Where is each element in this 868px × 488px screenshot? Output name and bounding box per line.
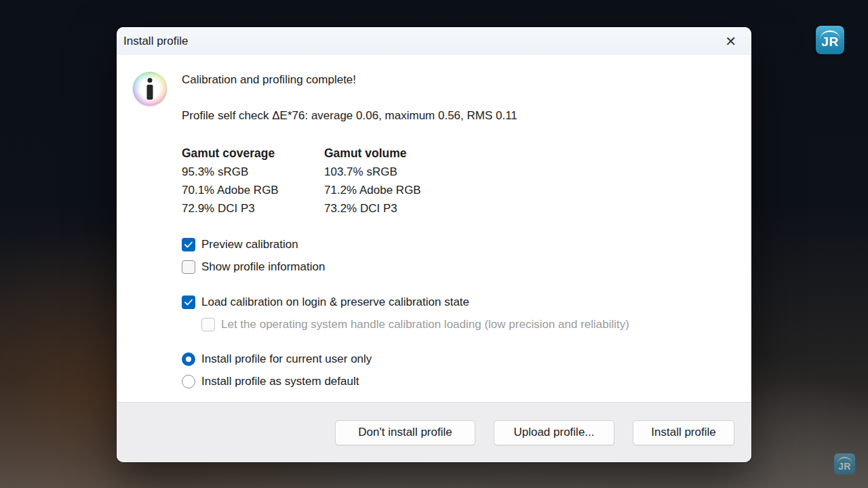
install-profile-button[interactable]: Install profile (633, 420, 734, 445)
preview-calibration-option[interactable]: Preview calibration (182, 237, 731, 252)
gamut-volume-column: Gamut volume 103.7% sRGB 71.2% Adobe RGB… (324, 144, 421, 218)
gamut-table: Gamut coverage 95.3% sRGB 70.1% Adobe RG… (182, 144, 731, 218)
install-current-user-option[interactable]: Install profile for current user only (182, 352, 731, 367)
show-profile-information-checkbox[interactable] (182, 260, 195, 274)
gamut-coverage-dci-p3: 72.9% DCI P3 (182, 199, 324, 218)
show-profile-information-option[interactable]: Show profile information (182, 260, 731, 274)
dialog-footer: Don't install profile Upload profile... … (117, 402, 751, 462)
load-calibration-option[interactable]: Load calibration on login & preserve cal… (182, 295, 731, 310)
jr-watermark-logo: JR (816, 26, 844, 54)
install-current-user-radio[interactable] (182, 352, 195, 366)
gamut-coverage-srgb: 95.3% sRGB (182, 163, 324, 181)
install-system-default-radio[interactable] (182, 375, 195, 388)
os-handles-calibration-checkbox (201, 318, 215, 331)
gamut-coverage-adobe-rgb: 70.1% Adobe RGB (182, 181, 324, 199)
info-icon-dot (148, 78, 153, 83)
gamut-volume-dci-p3: 73.2% DCI P3 (324, 199, 421, 218)
load-calibration-checkbox[interactable] (182, 296, 195, 309)
completion-message: Calibration and profiling complete! (182, 73, 731, 87)
gamut-volume-header: Gamut volume (324, 144, 421, 163)
gamut-volume-srgb: 103.7% sRGB (324, 163, 421, 181)
install-system-default-label: Install profile as system default (201, 375, 359, 388)
show-profile-information-label: Show profile information (201, 260, 325, 274)
preview-calibration-checkbox[interactable] (182, 238, 195, 251)
info-icon-stem (147, 85, 153, 100)
install-scope-group: Install profile for current user only In… (182, 352, 731, 389)
dont-install-profile-button[interactable]: Don't install profile (335, 420, 475, 445)
self-check-result: Profile self check ΔE*76: average 0.06, … (182, 108, 731, 123)
gamut-coverage-header: Gamut coverage (182, 144, 324, 163)
checkmark-icon (184, 299, 193, 306)
dialog-titlebar[interactable]: Install profile ✕ (117, 27, 751, 55)
install-profile-dialog: Install profile ✕ Calibration and profil… (117, 27, 751, 462)
checkmark-icon (184, 241, 193, 248)
jr-logo-text: JR (821, 35, 838, 49)
dialog-title: Install profile (123, 35, 188, 48)
install-system-default-option[interactable]: Install profile as system default (182, 374, 731, 389)
jr-watermark-logo-small: JR (834, 453, 855, 474)
os-handles-calibration-label: Let the operating system handle calibrat… (221, 318, 629, 331)
upload-profile-button[interactable]: Upload profile... (494, 420, 614, 445)
preview-options-group: Preview calibration Show profile informa… (182, 237, 731, 274)
os-handles-calibration-option: Let the operating system handle calibrat… (201, 317, 731, 332)
jr-logo-text: JR (838, 461, 851, 472)
calibration-loading-group: Load calibration on login & preserve cal… (182, 295, 731, 332)
close-icon[interactable]: ✕ (722, 33, 739, 49)
dialog-body: Calibration and profiling complete! Prof… (117, 55, 751, 402)
info-icon (133, 72, 167, 106)
load-calibration-label: Load calibration on login & preserve cal… (201, 296, 469, 309)
install-current-user-label: Install profile for current user only (201, 352, 372, 366)
gamut-coverage-column: Gamut coverage 95.3% sRGB 70.1% Adobe RG… (182, 144, 324, 218)
preview-calibration-label: Preview calibration (201, 238, 298, 251)
gamut-volume-adobe-rgb: 71.2% Adobe RGB (324, 181, 421, 199)
